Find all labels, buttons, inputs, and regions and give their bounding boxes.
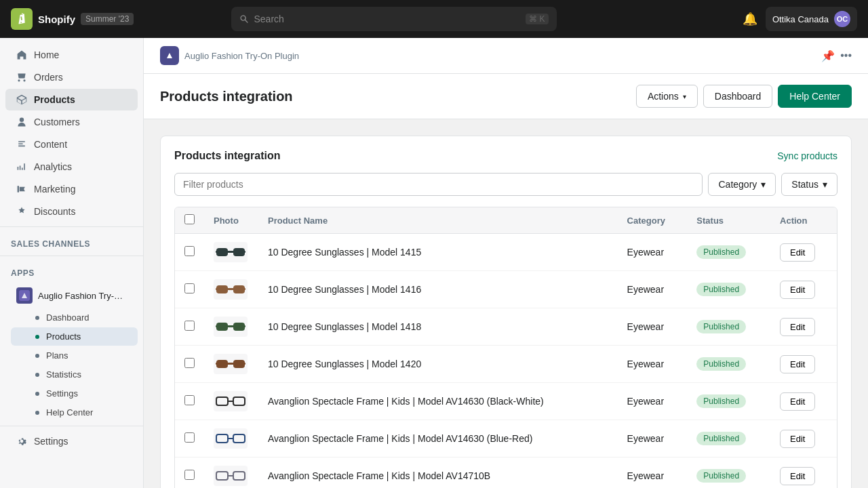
row-select-cell[interactable] — [175, 234, 204, 271]
product-status-cell: Published — [687, 346, 770, 383]
search-input[interactable] — [254, 14, 521, 24]
row-select-cell[interactable] — [175, 308, 204, 346]
apps-section: Auglio Fashion Try-On Plu... Dashboard P… — [0, 283, 143, 422]
svg-rect-19 — [216, 363, 216, 365]
edit-button[interactable]: Edit — [780, 430, 815, 448]
breadcrumb-bar: Auglio Fashion Try-On Plugin 📌 ••• — [144, 38, 868, 74]
sidebar-item-products-sub-label: Products — [46, 331, 81, 342]
col-action: Action — [770, 207, 837, 234]
product-photo-cell — [204, 458, 258, 489]
row-select-cell[interactable] — [175, 383, 204, 420]
auglio-app-header[interactable]: Auglio Fashion Try-On Plu... — [5, 283, 138, 308]
dot-icon — [35, 373, 39, 377]
sidebar-item-marketing-label: Marketing — [34, 184, 75, 195]
row-checkbox[interactable] — [184, 321, 195, 331]
card-title: Products integration — [174, 150, 280, 162]
product-category: Eyewear — [627, 321, 664, 332]
sidebar-item-analytics[interactable]: Analytics — [5, 156, 138, 178]
dot-icon — [35, 411, 39, 415]
logo-area[interactable]: Shopify Summer '23 — [11, 8, 134, 30]
more-actions-icon[interactable]: ••• — [840, 49, 852, 62]
product-category: Eyewear — [627, 396, 664, 407]
product-photo-cell — [204, 271, 258, 308]
product-action-cell[interactable]: Edit — [770, 420, 837, 458]
product-status-cell: Published — [687, 383, 770, 420]
edit-button[interactable]: Edit — [780, 243, 815, 262]
sidebar-item-content[interactable]: Content — [5, 134, 138, 155]
status-badge: Published — [696, 283, 746, 296]
row-checkbox[interactable] — [184, 283, 195, 293]
sales-channels-section: Sales channels — [0, 231, 143, 251]
row-select-cell[interactable] — [175, 420, 204, 458]
content-area: Products integration Sync products Categ… — [144, 119, 868, 488]
edit-button[interactable]: Edit — [780, 392, 815, 411]
edit-button[interactable]: Edit — [780, 467, 815, 485]
chevron-down-icon: ▾ — [683, 93, 686, 100]
svg-rect-31 — [216, 472, 228, 480]
row-select-cell[interactable] — [175, 271, 204, 308]
product-action-cell[interactable]: Edit — [770, 271, 837, 308]
row-checkbox[interactable] — [184, 395, 195, 405]
sidebar-item-plans-label: Plans — [46, 350, 68, 361]
breadcrumb: Auglio Fashion Try-On Plugin — [184, 51, 299, 61]
status-filter-button[interactable]: Status ▾ — [781, 173, 837, 196]
edit-button[interactable]: Edit — [780, 318, 815, 336]
sidebar-item-customers[interactable]: Customers — [5, 111, 138, 133]
row-checkbox[interactable] — [184, 246, 195, 256]
help-center-button[interactable]: Help Center — [778, 85, 852, 108]
select-all-cell[interactable] — [175, 207, 204, 234]
products-tbody: 10 Degree Sunglasses | Model 1415 Eyewea… — [175, 234, 837, 489]
customers-icon — [16, 117, 27, 127]
row-select-cell[interactable] — [175, 458, 204, 489]
global-search[interactable]: ⌘ K — [231, 7, 557, 31]
products-icon — [16, 94, 27, 105]
sidebar-item-dashboard[interactable]: Dashboard — [11, 308, 138, 327]
product-action-cell[interactable]: Edit — [770, 458, 837, 489]
row-checkbox[interactable] — [184, 432, 195, 443]
select-all-checkbox[interactable] — [184, 214, 195, 224]
svg-rect-32 — [233, 472, 245, 480]
category-filter-button[interactable]: Category ▾ — [708, 173, 776, 196]
dashboard-button[interactable]: Dashboard — [703, 85, 773, 108]
product-photo-cell — [204, 420, 258, 458]
sidebar-item-discounts[interactable]: Discounts — [5, 201, 138, 222]
actions-button-label: Actions — [648, 91, 679, 102]
sidebar-item-customers-label: Customers — [34, 117, 80, 127]
sync-products-button[interactable]: Sync products — [777, 150, 837, 161]
product-photo-cell — [204, 234, 258, 271]
svg-rect-21 — [216, 397, 228, 405]
user-menu[interactable]: Ottika Canada OC — [766, 7, 857, 31]
dot-icon — [35, 354, 39, 358]
sidebar-item-plans[interactable]: Plans — [11, 346, 138, 365]
product-action-cell[interactable]: Edit — [770, 234, 837, 271]
sidebar-item-settings[interactable]: Settings — [5, 430, 138, 452]
filter-products-input[interactable] — [174, 173, 703, 196]
auglio-app-name: Auglio Fashion Try-On Plu... — [38, 291, 127, 301]
sidebar-item-orders[interactable]: Orders — [5, 66, 138, 88]
edit-button[interactable]: Edit — [780, 355, 815, 373]
dot-icon — [35, 392, 39, 396]
product-category-cell: Eyewear — [618, 346, 688, 383]
product-photo — [214, 428, 248, 449]
sidebar-item-marketing[interactable]: Marketing — [5, 178, 138, 200]
product-action-cell[interactable]: Edit — [770, 383, 837, 420]
product-action-cell[interactable]: Edit — [770, 346, 837, 383]
sidebar-item-statistics[interactable]: Statistics — [11, 365, 138, 384]
notifications-icon[interactable]: 🔔 — [743, 12, 757, 26]
row-select-cell[interactable] — [175, 346, 204, 383]
sidebar-item-settings-sub[interactable]: Settings — [11, 384, 138, 403]
product-action-cell[interactable]: Edit — [770, 308, 837, 346]
sidebar-item-products-sub[interactable]: Products — [11, 327, 138, 346]
row-checkbox[interactable] — [184, 358, 195, 368]
actions-button[interactable]: Actions ▾ — [636, 85, 698, 108]
content-icon — [16, 139, 27, 150]
sidebar-item-products[interactable]: Products — [5, 89, 138, 110]
sidebar-item-help-center[interactable]: Help Center — [11, 403, 138, 422]
pin-icon[interactable]: 📌 — [821, 49, 835, 62]
brand-name: Shopify — [38, 14, 75, 25]
sidebar-item-home[interactable]: Home — [5, 44, 138, 66]
product-status-cell: Published — [687, 234, 770, 271]
edit-button[interactable]: Edit — [780, 281, 815, 299]
row-checkbox[interactable] — [184, 470, 195, 480]
svg-rect-26 — [216, 434, 228, 443]
